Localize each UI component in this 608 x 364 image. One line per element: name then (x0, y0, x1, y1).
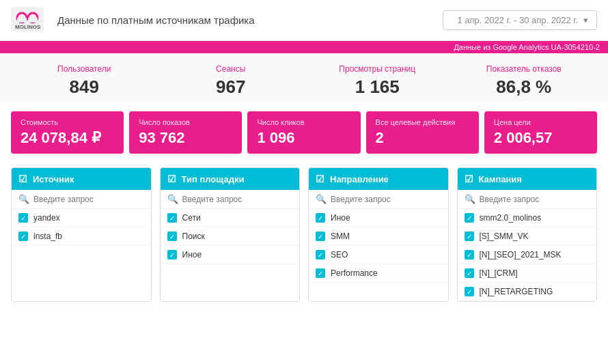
filter-item-label: [S]_SMM_VK (480, 232, 529, 241)
filter-search[interactable]: 🔍 (458, 190, 597, 209)
filter-item-checkbox[interactable] (167, 213, 177, 223)
filter-item-label: Performance (331, 268, 378, 278)
filter-item[interactable]: Поиск (161, 227, 300, 246)
pink-card-value: 24 078,84 ₽ (20, 129, 114, 147)
pink-card: Число кликов 1 096 (247, 111, 360, 154)
filter-item-label: Сети (182, 213, 201, 223)
filter-header: ☑ Источник (12, 168, 151, 190)
filter-item-checkbox[interactable] (18, 232, 28, 241)
filter-header: ☑ Кампания (458, 168, 597, 190)
filter-item[interactable]: insta_fb (12, 227, 151, 246)
filter-check-icon[interactable]: ☑ (465, 173, 473, 184)
filter-item-checkbox[interactable] (316, 232, 325, 241)
filter-item-label: SMM (331, 232, 350, 241)
filter-search-input[interactable] (182, 195, 293, 204)
filter-check-icon[interactable]: ☑ (316, 173, 324, 184)
date-range-label: 1 апр. 2022 г. - 30 апр. 2022 г. (457, 15, 578, 25)
stat-label: Показатель отказов (451, 64, 598, 74)
pink-card-value: 2 006,57 (494, 129, 588, 147)
stat-label: Сеансы (158, 64, 305, 74)
filter-item[interactable]: SMM (309, 227, 448, 246)
filter-item-label: Поиск (182, 232, 205, 241)
filter-item-label: SEO (331, 250, 348, 260)
filter-item-checkbox[interactable] (316, 250, 325, 260)
svg-rect-3 (17, 18, 27, 23)
stat-label: Пользователи (11, 64, 158, 74)
stat-label: Просмотры страниц (304, 64, 451, 74)
filter-search[interactable]: 🔍 (161, 190, 300, 209)
filter-item-checkbox[interactable] (465, 287, 474, 296)
pink-card: Цена цели 2 006,57 (484, 111, 597, 154)
filter-item-checkbox[interactable] (167, 232, 177, 241)
filter-check-icon[interactable]: ☑ (167, 173, 176, 184)
filter-col-0: ☑ Источник 🔍 yandex insta_fb (11, 167, 152, 302)
filter-search[interactable]: 🔍 (309, 190, 448, 209)
filter-title: Тип площадки (182, 174, 245, 184)
filter-item[interactable]: Сети (161, 209, 300, 227)
filter-search-input[interactable] (33, 195, 144, 204)
header: MOLINOS Данные по платным источникам тра… (0, 0, 608, 41)
filter-header: ☑ Тип площадки (161, 168, 300, 190)
stats-row: Пользователи 849 Сеансы 967 Просмотры ст… (0, 53, 608, 103)
filter-item-checkbox[interactable] (465, 250, 474, 260)
filter-item-checkbox[interactable] (316, 268, 325, 278)
filter-col-1: ☑ Тип площадки 🔍 Сети Поиск Иное (160, 167, 301, 302)
stat-value: 967 (158, 76, 305, 98)
pink-card: Стоимость 24 078,84 ₽ (11, 111, 124, 154)
chevron-down-icon: ▾ (583, 15, 588, 25)
pink-cards-row: Стоимость 24 078,84 ₽ Число показов 93 7… (0, 103, 608, 162)
filter-item-checkbox[interactable] (167, 250, 177, 260)
filter-item-label: Иное (331, 213, 350, 223)
filter-item[interactable]: SEO (309, 246, 448, 264)
filter-item-label: [N]_[SEO]_2021_MSK (480, 250, 562, 260)
stat-value: 86,8 % (451, 76, 598, 98)
filter-item[interactable]: [N]_[CRM] (458, 264, 597, 283)
pink-card-value: 1 096 (257, 129, 350, 147)
filter-check-icon[interactable]: ☑ (18, 173, 27, 184)
filter-item[interactable]: yandex (12, 209, 151, 227)
filter-item[interactable]: [S]_SMM_VK (458, 227, 597, 246)
pink-card-label: Цена цели (494, 118, 588, 126)
filter-col-2: ☑ Направление 🔍 Иное SMM SEO P (308, 167, 449, 302)
logo: MOLINOS (11, 7, 44, 33)
filter-header: ☑ Направление (309, 168, 448, 190)
filter-search-input[interactable] (331, 195, 441, 204)
svg-text:MOLINOS: MOLINOS (15, 24, 41, 30)
pink-card-label: Число кликов (257, 118, 350, 126)
filter-item-checkbox[interactable] (316, 213, 325, 223)
filter-item-label: [N]_RETARGETING (480, 287, 553, 296)
search-icon: 🔍 (465, 194, 475, 204)
filter-search-input[interactable] (480, 195, 590, 204)
filter-item-label: [N]_[CRM] (480, 268, 518, 278)
filter-col-3: ☑ Кампания 🔍 smm2.0_molinos [S]_SMM_VK [… (457, 167, 598, 302)
stat-item: Сеансы 967 (158, 64, 305, 98)
pink-card-label: Стоимость (20, 118, 114, 126)
filter-search[interactable]: 🔍 (12, 190, 151, 209)
filter-item-label: insta_fb (33, 232, 62, 241)
search-icon: 🔍 (316, 194, 327, 204)
pink-card-value: 2 (376, 129, 469, 147)
logo-icon: MOLINOS (11, 7, 44, 31)
search-icon: 🔍 (18, 194, 29, 204)
filter-title: Кампания (479, 174, 522, 184)
filter-item-checkbox[interactable] (465, 232, 474, 241)
filter-item-checkbox[interactable] (465, 213, 474, 223)
ga-bar: Данные из Google Analytics UA-3054210-2 (0, 41, 608, 53)
filter-item-checkbox[interactable] (18, 213, 28, 223)
filter-title: Источник (33, 174, 74, 184)
pink-card-label: Все целевые действия (376, 118, 469, 126)
filter-item[interactable]: [N]_RETARGETING (458, 283, 597, 301)
filter-item[interactable]: [N]_[SEO]_2021_MSK (458, 246, 597, 264)
date-range-picker[interactable]: 1 апр. 2022 г. - 30 апр. 2022 г. ▾ (443, 10, 597, 30)
filter-item-label: Иное (182, 250, 202, 260)
pink-card-value: 93 762 (139, 129, 232, 147)
filter-item[interactable]: Performance (309, 264, 448, 283)
stat-item: Пользователи 849 (11, 64, 158, 98)
stat-item: Просмотры страниц 1 165 (304, 64, 451, 98)
search-icon: 🔍 (167, 194, 178, 204)
filter-item-checkbox[interactable] (465, 268, 474, 278)
filter-item[interactable]: smm2.0_molinos (458, 209, 597, 227)
filter-item[interactable]: Иное (161, 246, 300, 264)
pink-card: Число показов 93 762 (129, 111, 242, 154)
filter-item[interactable]: Иное (309, 209, 448, 227)
